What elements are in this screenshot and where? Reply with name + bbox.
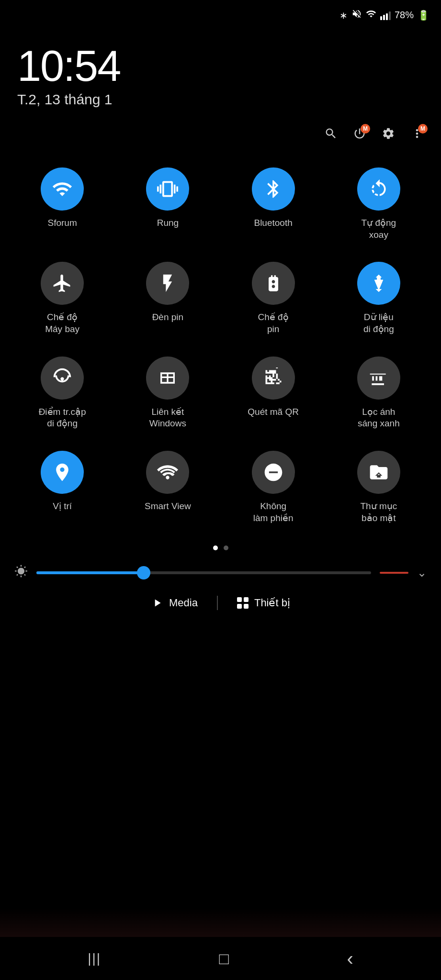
power-button[interactable]: M	[353, 127, 366, 144]
nav-bar: ||| □ ‹	[0, 937, 441, 980]
media-button[interactable]: Media	[151, 597, 198, 609]
page-dots	[0, 541, 441, 560]
device-label: Thiết bị	[254, 597, 290, 609]
tu-dong-xoay-label: Tự độngxoay	[362, 217, 396, 241]
signal-icon	[380, 11, 391, 20]
tile-hotspot[interactable]: Điểm tr.cậpdi động	[10, 347, 115, 441]
brightness-icon	[14, 565, 28, 581]
mute-icon	[351, 9, 362, 22]
tile-vi-tri[interactable]: Vị trí	[10, 441, 115, 535]
tile-rung[interactable]: Rung	[115, 158, 220, 252]
brightness-chevron[interactable]: ⌄	[417, 566, 427, 579]
che-do-pin-icon	[252, 262, 295, 305]
quick-tiles: Sforum Rung Bluetooth Tự độngxoay Chế độ…	[0, 153, 441, 541]
hotspot-label: Điểm tr.cậpdi động	[39, 406, 86, 430]
den-pin-label: Đèn pin	[152, 312, 184, 323]
battery-text: 78%	[395, 10, 414, 21]
qs-toolbar: M M	[0, 122, 441, 153]
media-divider	[217, 596, 218, 610]
tile-che-do-pin[interactable]: Chế độpin	[221, 252, 326, 346]
back-button[interactable]: ‹	[347, 948, 353, 969]
power-badge: M	[361, 124, 370, 134]
bluetooth-label: Bluetooth	[254, 217, 292, 229]
tile-airplane[interactable]: Chế độMáy bay	[10, 252, 115, 346]
vi-tri-label: Vị trí	[53, 501, 72, 512]
smart-view-label: Smart View	[145, 501, 191, 512]
battery-icon: 🔋	[418, 10, 430, 21]
airplane-icon	[41, 262, 84, 305]
smart-view-icon	[146, 451, 189, 494]
qr-icon	[252, 356, 295, 400]
clock-area: 10:54 T.2, 13 tháng 1	[0, 25, 441, 122]
dnd-icon	[252, 451, 295, 494]
recents-button[interactable]: |||	[88, 951, 101, 966]
status-icons: ∗ 78% 🔋	[339, 9, 430, 22]
sforum-icon	[41, 167, 84, 211]
tile-tu-dong-xoay[interactable]: Tự độngxoay	[326, 158, 431, 252]
tile-dnd[interactable]: Khônglàm phiền	[221, 441, 326, 535]
windows-link-label: Liên kếtWindows	[149, 406, 186, 430]
du-lieu-di-dong-icon	[357, 262, 400, 305]
windows-link-icon	[146, 356, 189, 400]
brightness-slider[interactable]	[36, 571, 371, 574]
dnd-label: Khônglàm phiền	[253, 501, 294, 524]
bluetooth-status-icon: ∗	[339, 10, 348, 21]
page-dot-1[interactable]	[213, 546, 218, 550]
rung-icon	[146, 167, 189, 211]
vi-tri-icon	[41, 451, 84, 494]
airplane-label: Chế độMáy bay	[45, 312, 79, 335]
search-button[interactable]	[324, 127, 338, 144]
settings-button[interactable]	[382, 127, 395, 144]
page-dot-2[interactable]	[224, 546, 228, 550]
home-button[interactable]: □	[219, 949, 229, 968]
more-button[interactable]: M	[410, 127, 424, 144]
wifi-status-icon	[366, 9, 376, 22]
slider-end	[380, 572, 408, 574]
tile-du-lieu-di-dong[interactable]: Dữ liệudi động	[326, 252, 431, 346]
tile-sforum[interactable]: Sforum	[10, 158, 115, 252]
che-do-pin-label: Chế độpin	[258, 312, 289, 335]
tile-bluetooth[interactable]: Bluetooth	[221, 158, 326, 252]
bluetooth-icon	[252, 167, 295, 211]
grid-icon	[237, 597, 249, 609]
sforum-label: Sforum	[48, 217, 77, 229]
secure-folder-label: Thư mụcbảo mật	[360, 501, 397, 524]
rung-label: Rung	[157, 217, 179, 229]
media-device-row: Media Thiết bị	[0, 586, 441, 620]
status-bar: ∗ 78% 🔋	[0, 0, 441, 25]
tile-qr[interactable]: Quét mã QR	[221, 347, 326, 441]
tile-secure-folder[interactable]: Thư mụcbảo mật	[326, 441, 431, 535]
clock-time: 10:54	[17, 45, 424, 88]
media-label: Media	[169, 597, 198, 609]
blue-filter-icon	[357, 356, 400, 400]
clock-date: T.2, 13 tháng 1	[17, 91, 424, 108]
tile-windows-link[interactable]: Liên kếtWindows	[115, 347, 220, 441]
blue-filter-label: Lọc ánhsáng xanh	[358, 406, 400, 430]
secure-folder-icon	[357, 451, 400, 494]
tile-blue-filter[interactable]: Lọc ánhsáng xanh	[326, 347, 431, 441]
more-badge: M	[418, 124, 428, 134]
qr-label: Quét mã QR	[248, 406, 299, 418]
tile-smart-view[interactable]: Smart View	[115, 441, 220, 535]
device-button[interactable]: Thiết bị	[237, 597, 290, 609]
tu-dong-xoay-icon	[357, 167, 400, 211]
tile-den-pin[interactable]: Đèn pin	[115, 252, 220, 346]
wallpaper-hint	[0, 908, 441, 937]
den-pin-icon	[146, 262, 189, 305]
du-lieu-di-dong-label: Dữ liệudi động	[363, 312, 394, 335]
hotspot-icon	[41, 356, 84, 400]
brightness-row: ⌄	[0, 560, 441, 586]
